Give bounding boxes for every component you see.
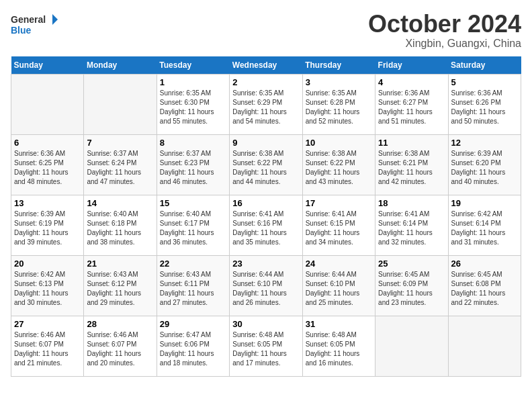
day-cell: 29Sunrise: 6:47 AMSunset: 6:06 PMDayligh… xyxy=(157,316,229,376)
day-number: 11 xyxy=(378,138,445,148)
day-number: 23 xyxy=(232,259,299,269)
day-info: Sunrise: 6:41 AMSunset: 6:14 PMDaylight:… xyxy=(378,210,445,247)
weekday-header-row: SundayMondayTuesdayWednesdayThursdayFrid… xyxy=(11,56,521,75)
day-info: Sunrise: 6:38 AMSunset: 6:22 PMDaylight:… xyxy=(232,149,299,187)
day-number: 3 xyxy=(306,77,372,87)
week-row-3: 13Sunrise: 6:39 AMSunset: 6:19 PMDayligh… xyxy=(11,195,521,255)
logo-svg: General Blue xyxy=(11,11,58,38)
day-number: 26 xyxy=(451,259,518,269)
day-info: Sunrise: 6:45 AMSunset: 6:09 PMDaylight:… xyxy=(378,270,445,308)
weekday-header-thursday: Thursday xyxy=(302,56,375,75)
day-cell: 3Sunrise: 6:35 AMSunset: 6:28 PMDaylight… xyxy=(302,74,375,134)
day-number: 13 xyxy=(14,198,81,208)
day-cell: 23Sunrise: 6:44 AMSunset: 6:10 PMDayligh… xyxy=(230,255,302,316)
day-info: Sunrise: 6:40 AMSunset: 6:18 PMDaylight:… xyxy=(87,210,153,247)
day-cell: 11Sunrise: 6:38 AMSunset: 6:21 PMDayligh… xyxy=(375,134,448,195)
day-number: 5 xyxy=(451,77,518,87)
day-cell: 30Sunrise: 6:48 AMSunset: 6:05 PMDayligh… xyxy=(230,316,302,376)
day-info: Sunrise: 6:47 AMSunset: 6:06 PMDaylight:… xyxy=(160,330,226,368)
day-cell: 19Sunrise: 6:42 AMSunset: 6:14 PMDayligh… xyxy=(448,195,521,255)
page-header: General Blue October 2024 Xingbin, Guang… xyxy=(11,11,521,50)
day-number: 10 xyxy=(306,138,372,148)
day-number: 19 xyxy=(451,198,518,208)
week-row-1: 1Sunrise: 6:35 AMSunset: 6:30 PMDaylight… xyxy=(11,74,521,134)
day-number: 4 xyxy=(378,77,445,87)
day-cell: 6Sunrise: 6:36 AMSunset: 6:25 PMDaylight… xyxy=(11,134,84,195)
day-number: 18 xyxy=(378,198,445,208)
day-cell: 26Sunrise: 6:45 AMSunset: 6:08 PMDayligh… xyxy=(448,255,521,316)
day-cell xyxy=(448,316,521,376)
weekday-header-sunday: Sunday xyxy=(11,56,84,75)
day-number: 21 xyxy=(87,259,153,269)
svg-marker-2 xyxy=(52,14,58,25)
day-cell: 13Sunrise: 6:39 AMSunset: 6:19 PMDayligh… xyxy=(11,195,84,255)
day-number: 28 xyxy=(87,319,153,329)
day-info: Sunrise: 6:35 AMSunset: 6:29 PMDaylight:… xyxy=(232,89,299,126)
day-number: 15 xyxy=(160,198,226,208)
day-cell: 5Sunrise: 6:36 AMSunset: 6:26 PMDaylight… xyxy=(448,74,521,134)
day-cell xyxy=(84,74,157,134)
day-info: Sunrise: 6:42 AMSunset: 6:13 PMDaylight:… xyxy=(14,270,81,308)
calendar-table: SundayMondayTuesdayWednesdayThursdayFrid… xyxy=(11,56,521,377)
day-cell: 20Sunrise: 6:42 AMSunset: 6:13 PMDayligh… xyxy=(11,255,84,316)
day-number: 8 xyxy=(160,138,226,148)
day-cell: 18Sunrise: 6:41 AMSunset: 6:14 PMDayligh… xyxy=(375,195,448,255)
day-info: Sunrise: 6:48 AMSunset: 6:05 PMDaylight:… xyxy=(306,330,372,368)
day-number: 6 xyxy=(14,138,81,148)
weekday-header-wednesday: Wednesday xyxy=(230,56,302,75)
day-number: 25 xyxy=(378,259,445,269)
day-info: Sunrise: 6:35 AMSunset: 6:28 PMDaylight:… xyxy=(306,89,372,126)
day-number: 24 xyxy=(306,259,372,269)
day-info: Sunrise: 6:46 AMSunset: 6:07 PMDaylight:… xyxy=(87,330,153,368)
day-info: Sunrise: 6:45 AMSunset: 6:08 PMDaylight:… xyxy=(451,270,518,308)
title-block: October 2024 Xingbin, Guangxi, China xyxy=(368,11,521,50)
day-info: Sunrise: 6:40 AMSunset: 6:17 PMDaylight:… xyxy=(160,210,226,247)
day-cell xyxy=(11,74,84,134)
day-info: Sunrise: 6:37 AMSunset: 6:23 PMDaylight:… xyxy=(160,149,226,187)
day-number: 31 xyxy=(306,319,372,329)
day-number: 29 xyxy=(160,319,226,329)
svg-text:Blue: Blue xyxy=(11,25,32,36)
day-info: Sunrise: 6:36 AMSunset: 6:26 PMDaylight:… xyxy=(451,89,518,126)
day-cell xyxy=(375,316,448,376)
day-number: 16 xyxy=(232,198,299,208)
day-number: 27 xyxy=(14,319,81,329)
day-info: Sunrise: 6:46 AMSunset: 6:07 PMDaylight:… xyxy=(14,330,81,368)
day-number: 9 xyxy=(232,138,299,148)
day-number: 2 xyxy=(232,77,299,87)
day-info: Sunrise: 6:36 AMSunset: 6:25 PMDaylight:… xyxy=(14,149,81,187)
day-cell: 8Sunrise: 6:37 AMSunset: 6:23 PMDaylight… xyxy=(157,134,229,195)
day-number: 7 xyxy=(87,138,153,148)
day-cell: 24Sunrise: 6:44 AMSunset: 6:10 PMDayligh… xyxy=(302,255,375,316)
day-info: Sunrise: 6:38 AMSunset: 6:21 PMDaylight:… xyxy=(378,149,445,187)
day-cell: 12Sunrise: 6:39 AMSunset: 6:20 PMDayligh… xyxy=(448,134,521,195)
day-cell: 4Sunrise: 6:36 AMSunset: 6:27 PMDaylight… xyxy=(375,74,448,134)
day-number: 30 xyxy=(232,319,299,329)
svg-text:General: General xyxy=(11,14,46,25)
day-info: Sunrise: 6:44 AMSunset: 6:10 PMDaylight:… xyxy=(232,270,299,308)
day-number: 20 xyxy=(14,259,81,269)
day-info: Sunrise: 6:41 AMSunset: 6:15 PMDaylight:… xyxy=(306,210,372,247)
weekday-header-saturday: Saturday xyxy=(448,56,521,75)
day-cell: 31Sunrise: 6:48 AMSunset: 6:05 PMDayligh… xyxy=(302,316,375,376)
day-cell: 17Sunrise: 6:41 AMSunset: 6:15 PMDayligh… xyxy=(302,195,375,255)
weekday-header-monday: Monday xyxy=(84,56,157,75)
week-row-2: 6Sunrise: 6:36 AMSunset: 6:25 PMDaylight… xyxy=(11,134,521,195)
day-number: 12 xyxy=(451,138,518,148)
week-row-5: 27Sunrise: 6:46 AMSunset: 6:07 PMDayligh… xyxy=(11,316,521,376)
day-cell: 2Sunrise: 6:35 AMSunset: 6:29 PMDaylight… xyxy=(230,74,302,134)
weekday-header-friday: Friday xyxy=(375,56,448,75)
day-info: Sunrise: 6:44 AMSunset: 6:10 PMDaylight:… xyxy=(306,270,372,308)
month-title: October 2024 xyxy=(368,11,521,38)
day-cell: 25Sunrise: 6:45 AMSunset: 6:09 PMDayligh… xyxy=(375,255,448,316)
day-cell: 15Sunrise: 6:40 AMSunset: 6:17 PMDayligh… xyxy=(157,195,229,255)
week-row-4: 20Sunrise: 6:42 AMSunset: 6:13 PMDayligh… xyxy=(11,255,521,316)
location-title: Xingbin, Guangxi, China xyxy=(368,38,521,50)
day-info: Sunrise: 6:42 AMSunset: 6:14 PMDaylight:… xyxy=(451,210,518,247)
day-info: Sunrise: 6:43 AMSunset: 6:11 PMDaylight:… xyxy=(160,270,226,308)
day-info: Sunrise: 6:43 AMSunset: 6:12 PMDaylight:… xyxy=(87,270,153,308)
day-cell: 14Sunrise: 6:40 AMSunset: 6:18 PMDayligh… xyxy=(84,195,157,255)
day-cell: 21Sunrise: 6:43 AMSunset: 6:12 PMDayligh… xyxy=(84,255,157,316)
day-info: Sunrise: 6:35 AMSunset: 6:30 PMDaylight:… xyxy=(160,89,226,126)
day-cell: 28Sunrise: 6:46 AMSunset: 6:07 PMDayligh… xyxy=(84,316,157,376)
